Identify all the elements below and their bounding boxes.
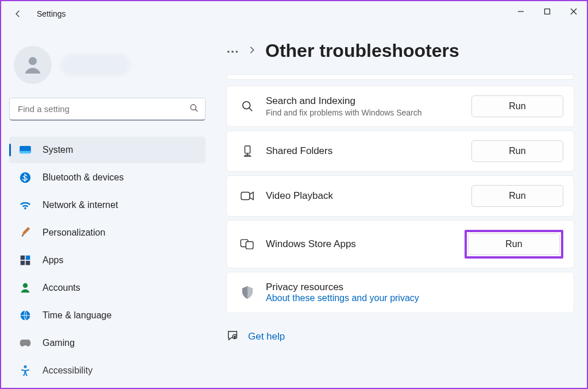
gaming-icon [17, 338, 33, 348]
privacy-link[interactable]: About these settings and your privacy [266, 293, 563, 303]
sidebar-item-label: Bluetooth & devices [42, 172, 123, 183]
search-icon [189, 103, 199, 115]
sidebar-item-label: Personalization [42, 228, 105, 238]
store-apps-icon [237, 239, 258, 249]
svg-line-6 [195, 109, 198, 111]
system-icon [17, 145, 33, 155]
privacy-title: Privacy resources [266, 282, 563, 293]
brush-icon [17, 227, 33, 238]
card-subtitle: Find and fix problems with Windows Searc… [266, 108, 471, 117]
back-button[interactable] [13, 9, 23, 19]
svg-rect-12 [21, 261, 25, 265]
sidebar-item-network[interactable]: Network & internet [9, 192, 206, 218]
sidebar-item-system[interactable]: System [9, 137, 206, 163]
breadcrumb-more-icon[interactable] [226, 46, 239, 56]
highlight-annotation: Run [465, 230, 563, 259]
gethelp-icon: ? [226, 329, 239, 344]
sidebar-item-label: Network & internet [42, 200, 118, 210]
svg-rect-10 [21, 256, 25, 260]
svg-rect-23 [241, 192, 250, 200]
sidebar-item-label: Accessibility [42, 365, 92, 376]
account-icon [17, 282, 33, 294]
wifi-icon [17, 200, 33, 210]
apps-icon [17, 255, 33, 266]
svg-point-17 [227, 51, 230, 53]
troubleshooter-windows-store-apps: Windows Store Apps Run [226, 220, 574, 268]
sidebar-item-accounts[interactable]: Accounts [9, 275, 206, 301]
maximize-button[interactable] [534, 1, 560, 22]
run-button[interactable]: Run [471, 140, 563, 162]
bluetooth-icon [17, 172, 33, 183]
sidebar-item-accessibility[interactable]: Accessibility [9, 357, 206, 384]
svg-point-5 [191, 105, 196, 110]
sidebar-item-label: Time & language [42, 310, 111, 321]
shared-folder-icon [237, 145, 258, 157]
troubleshooter-shared-folders: Shared Folders Run [226, 130, 574, 172]
card-title: Video Playback [266, 190, 471, 202]
minimize-button[interactable] [508, 1, 534, 22]
svg-line-21 [249, 108, 253, 111]
page-title: Other troubleshooters [265, 40, 459, 61]
sidebar-nav: System Bluetooth & devices Network & int… [9, 137, 206, 384]
search-icon [237, 100, 258, 113]
svg-point-19 [236, 51, 238, 53]
card-title: Shared Folders [266, 145, 471, 157]
privacy-resources-card: Privacy resources About these settings a… [226, 272, 574, 313]
search-input[interactable] [9, 98, 206, 121]
shield-icon [237, 286, 258, 299]
breadcrumb: Other troubleshooters [226, 40, 574, 61]
run-button[interactable]: Run [468, 233, 560, 255]
svg-rect-25 [246, 242, 253, 249]
troubleshooter-video-playback: Video Playback Run [226, 175, 574, 217]
run-button[interactable]: Run [471, 185, 563, 207]
avatar [14, 46, 52, 84]
sidebar-item-label: Apps [42, 255, 63, 265]
app-title: Settings [37, 9, 66, 18]
sidebar-item-bluetooth[interactable]: Bluetooth & devices [9, 164, 206, 191]
svg-rect-13 [26, 261, 30, 265]
sidebar-item-time-language[interactable]: Time & language [9, 302, 206, 329]
gethelp-link[interactable]: Get help [248, 331, 285, 342]
svg-rect-22 [245, 146, 250, 153]
svg-rect-8 [20, 151, 31, 153]
svg-rect-11 [26, 256, 30, 260]
video-icon [237, 191, 258, 201]
card-title: Windows Store Apps [266, 238, 465, 250]
profile-section[interactable] [9, 38, 206, 98]
sidebar-item-label: System [42, 145, 73, 155]
previous-card-stub [226, 74, 574, 80]
time-icon [17, 310, 33, 321]
svg-text:?: ? [234, 336, 235, 339]
svg-point-16 [24, 365, 27, 368]
close-button[interactable] [560, 1, 587, 22]
svg-point-18 [231, 51, 234, 53]
sidebar-item-gaming[interactable]: Gaming [9, 330, 206, 356]
svg-point-20 [243, 102, 250, 109]
sidebar-item-label: Gaming [42, 338, 75, 348]
sidebar-item-apps[interactable]: Apps [9, 247, 206, 274]
username-placeholder [61, 55, 130, 75]
accessibility-icon [17, 365, 33, 376]
sidebar-item-personalization[interactable]: Personalization [9, 219, 206, 246]
card-title: Search and Indexing [266, 95, 471, 107]
troubleshooter-search-indexing: Search and Indexing Find and fix problem… [226, 86, 574, 127]
sidebar-item-label: Accounts [42, 283, 80, 293]
run-button[interactable]: Run [471, 95, 563, 117]
svg-point-14 [23, 283, 28, 288]
chevron-right-icon [249, 46, 255, 56]
svg-rect-1 [545, 9, 550, 14]
svg-point-4 [29, 57, 37, 65]
